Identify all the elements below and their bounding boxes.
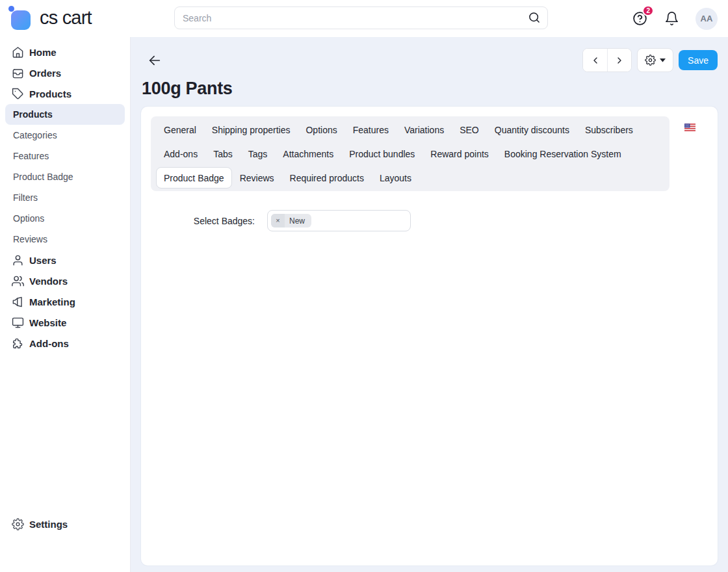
sidebar-subitem-label: Reviews [13, 234, 47, 244]
sidebar-subitem-features[interactable]: Features [5, 146, 125, 166]
settings-dropdown-button[interactable] [637, 48, 673, 72]
puzzle-icon [12, 337, 24, 350]
tab-layouts[interactable]: Layouts [372, 167, 419, 188]
caret-down-icon [660, 58, 666, 62]
tab-product-bundles[interactable]: Product bundles [341, 143, 422, 164]
cs-cart-logo[interactable]: cs cart [8, 5, 92, 31]
logo-dot-shape [8, 6, 14, 12]
sidebar-item-orders[interactable]: Orders [0, 62, 130, 83]
tab-reward-points[interactable]: Reward points [422, 143, 497, 164]
sidebar-item-vendors[interactable]: Vendors [0, 270, 130, 291]
avatar[interactable]: AA [696, 8, 718, 30]
sidebar-item-label: Products [29, 88, 72, 99]
sidebar-item-label: Orders [29, 68, 61, 79]
sidebar-item-settings[interactable]: Settings [0, 514, 130, 534]
sidebar-item-label: Vendors [29, 276, 68, 287]
logo-square-shape [11, 10, 31, 30]
sidebar-subitem-label: Product Badge [13, 172, 73, 182]
prev-next-group [582, 48, 632, 72]
inbox-icon [12, 67, 24, 79]
tabs-area: General Shipping properties Options Feat… [151, 116, 708, 191]
home-icon [12, 46, 24, 58]
badge-chip-label: New [285, 216, 311, 226]
cs-cart-logo-icon [8, 5, 32, 31]
tab-general[interactable]: General [156, 119, 204, 140]
sidebar-subitem-products[interactable]: Products [5, 104, 125, 125]
sidebar-item-label: Add-ons [29, 338, 69, 349]
user-icon [12, 254, 24, 266]
sidebar-subitem-label: Categories [13, 130, 57, 140]
sidebar-item-label: Settings [29, 519, 68, 530]
sidebar-subitem-label: Filters [13, 192, 38, 203]
back-button[interactable] [145, 51, 164, 70]
sidebar-item-website[interactable]: Website [0, 312, 130, 333]
sidebar-subitem-filters[interactable]: Filters [5, 187, 125, 208]
us-flag-icon[interactable] [684, 124, 696, 131]
tab-booking-reservation-system[interactable]: Booking Reservation System [497, 143, 629, 164]
topbar: cs cart 2 AA [0, 0, 728, 37]
tab-tags[interactable]: Tags [240, 143, 276, 164]
tab-required-products[interactable]: Required products [282, 167, 372, 188]
tab-quantity-discounts[interactable]: Quantity discounts [487, 119, 577, 140]
badge-chip: × New [271, 214, 311, 228]
sidebar-item-label: Marketing [29, 296, 75, 307]
sidebar-item-home[interactable]: Home [0, 42, 130, 62]
tag-icon [12, 88, 24, 100]
sidebar-item-addons[interactable]: Add-ons [0, 333, 130, 354]
sidebar-subitem-label: Options [13, 213, 44, 224]
tab-bar: General Shipping properties Options Feat… [151, 116, 670, 191]
tab-attachments[interactable]: Attachments [275, 143, 341, 164]
sidebar-subitem-categories[interactable]: Categories [5, 125, 125, 146]
sidebar-item-label: Website [29, 317, 66, 328]
monitor-icon [12, 317, 24, 329]
notifications-button[interactable] [664, 11, 679, 26]
toolbar-actions: Save [582, 48, 718, 72]
tab-shipping-properties[interactable]: Shipping properties [204, 119, 298, 140]
tab-seo[interactable]: SEO [452, 119, 487, 140]
search-icon[interactable] [528, 11, 541, 24]
page-title: 100g Pants [142, 79, 718, 99]
megaphone-icon [12, 296, 24, 308]
tab-variations[interactable]: Variations [396, 119, 452, 140]
save-button[interactable]: Save [679, 50, 718, 70]
tab-product-badge[interactable]: Product Badge [156, 167, 232, 188]
sidebar-item-users[interactable]: Users [0, 250, 130, 270]
search-bar [174, 6, 548, 29]
sidebar-item-products[interactable]: Products [0, 83, 130, 104]
sidebar: Home Orders Products Products Categories… [0, 37, 131, 572]
prev-product-button[interactable] [583, 49, 607, 72]
select-badges-row: Select Badges: × New [151, 210, 708, 231]
gear-icon [12, 518, 24, 530]
tab-reviews[interactable]: Reviews [232, 167, 282, 188]
sidebar-subitem-label: Products [13, 109, 53, 120]
select-badges-label: Select Badges: [151, 216, 255, 226]
tab-subscribers[interactable]: Subscribers [577, 119, 641, 140]
main-content: Save 100g Pants General Shipping propert… [131, 37, 728, 572]
help-count-badge: 2 [642, 5, 654, 16]
sidebar-subitem-reviews[interactable]: Reviews [5, 229, 125, 250]
remove-badge-button[interactable]: × [271, 214, 285, 228]
sidebar-subitem-product-badge[interactable]: Product Badge [5, 166, 125, 187]
page-toolbar: Save [141, 48, 718, 72]
bell-icon [664, 11, 679, 26]
tab-features[interactable]: Features [345, 119, 396, 140]
chevron-left-icon [590, 55, 601, 66]
sidebar-item-marketing[interactable]: Marketing [0, 291, 130, 312]
tab-addons[interactable]: Add-ons [156, 143, 205, 164]
topbar-actions: 2 AA [632, 0, 718, 37]
sidebar-subitem-label: Features [13, 151, 49, 161]
next-product-button[interactable] [607, 49, 631, 72]
users-icon [12, 275, 24, 287]
sidebar-item-label: Users [29, 255, 57, 266]
arrow-left-icon [148, 53, 162, 68]
tab-options[interactable]: Options [298, 119, 344, 140]
search-input[interactable] [174, 6, 548, 29]
help-button[interactable]: 2 [632, 10, 648, 27]
logo-text: cs cart [40, 7, 92, 29]
gear-icon [645, 55, 656, 66]
sidebar-item-label: Home [29, 47, 57, 58]
select-badges-input[interactable]: × New [267, 210, 411, 231]
content-card: General Shipping properties Options Feat… [141, 107, 718, 566]
sidebar-subitem-options[interactable]: Options [5, 208, 125, 229]
tab-tabs[interactable]: Tabs [205, 143, 240, 164]
